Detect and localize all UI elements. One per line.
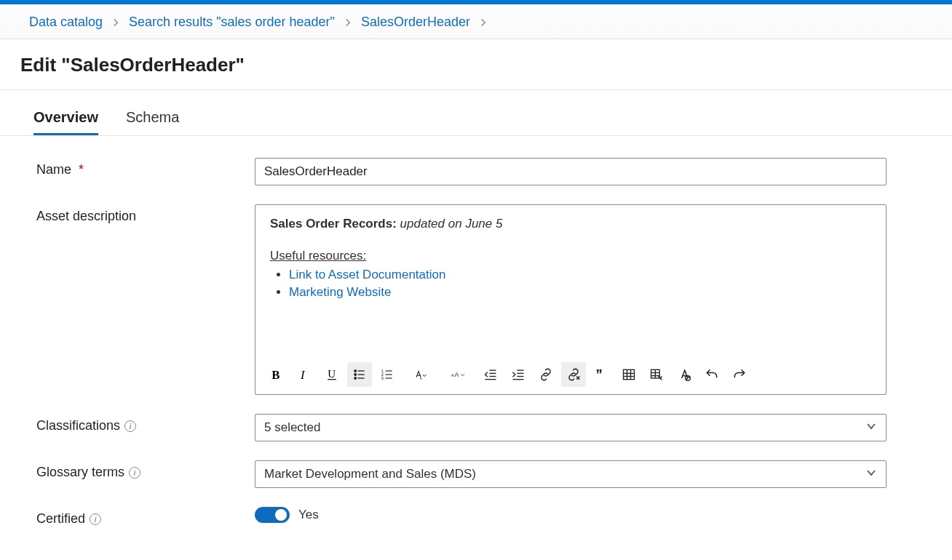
toggle-knob [275, 509, 287, 521]
edit-table-button[interactable] [644, 362, 669, 387]
classifications-value: 5 selected [264, 420, 321, 435]
chevron-right-icon [344, 18, 352, 27]
svg-point-6 [354, 374, 357, 376]
insert-table-button[interactable] [616, 362, 641, 387]
svg-text:I: I [300, 368, 306, 382]
label-description-text: Asset description [36, 209, 136, 224]
page-title-row: Edit "SalesOrderHeader" [0, 39, 952, 90]
glossary-dropdown[interactable]: Market Development and Sales (MDS) [255, 460, 886, 488]
description-header-bold: Sales Order Records: [270, 217, 397, 231]
chevron-down-icon [865, 420, 877, 436]
bulleted-list-button[interactable] [347, 362, 372, 387]
tabs: Overview Schema [0, 109, 952, 136]
label-certified: Certified i [36, 507, 255, 527]
tab-overview[interactable]: Overview [33, 109, 98, 135]
svg-text:A: A [451, 373, 454, 377]
svg-rect-30 [624, 369, 635, 379]
chevron-down-icon [865, 467, 877, 482]
name-input[interactable] [255, 158, 886, 185]
label-classifications: Classifications i [36, 414, 255, 433]
breadcrumb-current[interactable]: SalesOrderHeader [361, 15, 470, 30]
info-icon[interactable]: i [124, 420, 136, 432]
clear-formatting-button[interactable] [672, 362, 697, 387]
form: Name * Asset description Sales Order Rec… [0, 136, 952, 560]
outdent-button[interactable] [478, 362, 503, 387]
description-line1: Sales Order Records: updated on June 5 [270, 217, 871, 231]
blockquote-button[interactable]: ” [589, 362, 614, 387]
svg-text:A: A [455, 371, 459, 378]
italic-button[interactable]: I [292, 362, 317, 387]
description-link-list: Link to Asset Documentation Marketing We… [289, 268, 871, 300]
description-editor[interactable]: Sales Order Records: updated on June 5 U… [255, 204, 886, 395]
svg-text:U: U [328, 368, 336, 380]
label-name: Name * [36, 158, 255, 177]
label-glossary-text: Glossary terms [36, 465, 124, 480]
list-item: Marketing Website [289, 285, 871, 300]
svg-point-4 [354, 370, 357, 372]
description-resources-heading: Useful resources: [270, 249, 366, 263]
list-item: Link to Asset Documentation [289, 268, 871, 282]
row-certified: Certified i Yes [36, 507, 923, 527]
label-classifications-text: Classifications [36, 418, 120, 433]
info-icon[interactable]: i [90, 513, 101, 525]
font-color-button[interactable] [402, 362, 437, 387]
bold-button[interactable]: B [264, 362, 289, 387]
font-size-button[interactable]: AA [440, 362, 475, 387]
certified-toggle[interactable] [255, 507, 290, 523]
label-description: Asset description [36, 204, 255, 224]
description-link-2[interactable]: Marketing Website [289, 285, 391, 299]
redo-button[interactable] [727, 362, 752, 387]
row-glossary: Glossary terms i Market Development and … [36, 460, 923, 488]
indent-button[interactable] [506, 362, 531, 387]
certified-value-text: Yes [298, 508, 319, 522]
insert-link-button[interactable] [533, 362, 558, 387]
undo-button[interactable] [699, 362, 724, 387]
underline-button[interactable]: U [320, 362, 344, 387]
description-content[interactable]: Sales Order Records: updated on June 5 U… [255, 205, 886, 358]
description-header-italic: updated on June 5 [397, 217, 503, 231]
info-icon[interactable]: i [129, 467, 140, 479]
row-name: Name * [36, 158, 923, 185]
classifications-dropdown[interactable]: 5 selected [255, 414, 886, 441]
glossary-value: Market Development and Sales (MDS) [264, 467, 476, 481]
row-description: Asset description Sales Order Records: u… [36, 204, 923, 395]
label-name-text: Name [36, 162, 71, 177]
breadcrumb-search-results[interactable]: Search results "sales order header" [129, 15, 335, 30]
label-certified-text: Certified [36, 511, 85, 527]
numbered-list-button[interactable]: 1 2 3 [375, 362, 400, 387]
svg-point-8 [354, 377, 357, 380]
chevron-right-icon [111, 18, 120, 27]
row-classifications: Classifications i 5 selected [36, 414, 923, 441]
svg-text:”: ” [596, 367, 603, 382]
svg-text:B: B [271, 368, 279, 382]
svg-text:3: 3 [381, 376, 384, 380]
chevron-right-icon [479, 18, 488, 27]
label-glossary: Glossary terms i [36, 460, 255, 480]
description-link-1[interactable]: Link to Asset Documentation [289, 268, 445, 281]
page-title: Edit "SalesOrderHeader" [20, 54, 932, 76]
tab-schema[interactable]: Schema [126, 109, 179, 135]
breadcrumb-data-catalog[interactable]: Data catalog [29, 15, 103, 30]
breadcrumb: Data catalog Search results "sales order… [0, 4, 952, 39]
remove-link-button[interactable] [561, 362, 586, 387]
required-marker: * [79, 162, 84, 177]
editor-toolbar: B I U [255, 358, 886, 394]
